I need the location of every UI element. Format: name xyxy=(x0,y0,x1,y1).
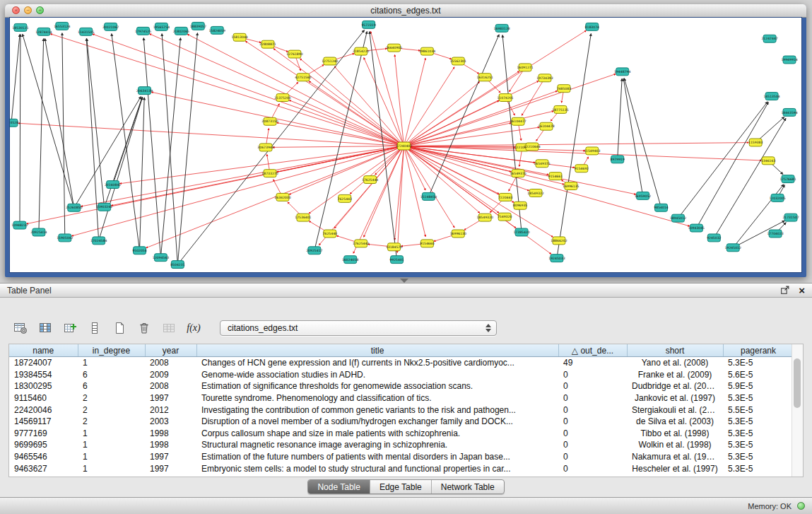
table-row[interactable]: 946362711997Embryonic stem cells: a mode… xyxy=(9,462,794,474)
graph-node[interactable]: 18530121 xyxy=(12,23,28,31)
table-row[interactable]: 1938455462009Genome-wide association stu… xyxy=(9,369,794,381)
graph-edge[interactable] xyxy=(334,66,404,146)
new-table-icon[interactable] xyxy=(110,320,129,337)
table-cell[interactable]: 5.3E-5 xyxy=(723,439,794,451)
graph-node[interactable]: 17240407 xyxy=(396,142,412,150)
graph-edge[interactable] xyxy=(557,34,591,258)
graph-node[interactable]: 7625440 xyxy=(323,230,337,238)
table-cell[interactable]: 2003 xyxy=(145,416,196,428)
column-header-name[interactable]: name xyxy=(9,344,78,357)
graph-node[interactable]: 18945012 xyxy=(670,214,686,222)
graph-edge[interactable] xyxy=(140,98,145,250)
graph-node[interactable]: 19448794 xyxy=(614,68,630,76)
graph-node[interactable]: 17704023 xyxy=(767,230,783,238)
table-cell[interactable]: 1997 xyxy=(145,462,196,474)
table-cell[interactable]: 5.3E-5 xyxy=(723,357,794,369)
graph-edge[interactable] xyxy=(143,38,160,257)
graph-node[interactable]: 15562301 xyxy=(450,57,466,65)
table-row[interactable]: 1456911722003Disruption of a novel membe… xyxy=(9,416,794,428)
table-cell[interactable]: 5.3E-5 xyxy=(723,392,794,404)
table-cell[interactable]: 5.6E-5 xyxy=(723,369,794,381)
table-cell[interactable]: 5.3E-5 xyxy=(723,416,794,428)
create-column-icon[interactable] xyxy=(61,320,79,337)
graph-edge[interactable] xyxy=(404,82,480,146)
graph-node[interactable]: 17625442 xyxy=(353,240,369,247)
graph-node[interactable]: 10943045 xyxy=(688,224,705,232)
table-cell[interactable]: 18724007 xyxy=(9,357,78,369)
table-cell[interactable]: 1 xyxy=(78,357,145,369)
table-row[interactable]: 2242004622012Investigating the contribut… xyxy=(9,404,794,416)
graph-node[interactable]: 15824059 xyxy=(209,26,225,34)
network-canvas[interactable]: 1853012112874414165531241143150520021067… xyxy=(10,18,801,272)
graph-edge[interactable] xyxy=(404,123,512,146)
window-titlebar[interactable]: × − + citations_edges.txt xyxy=(5,4,806,18)
table-cell[interactable]: 1 xyxy=(78,428,145,440)
table-cell[interactable]: Estimation of the future numbers of pati… xyxy=(196,451,558,463)
function-builder-icon[interactable]: f(x) xyxy=(184,320,203,337)
graph-node[interactable]: 16091271 xyxy=(517,64,533,71)
graph-edge[interactable] xyxy=(160,38,180,257)
graph-node[interactable]: 12761890 xyxy=(286,50,302,58)
network-selector[interactable]: citations_edges.txt xyxy=(220,320,497,336)
graph-edge[interactable] xyxy=(39,39,44,233)
table-cell[interactable]: 1 xyxy=(78,439,145,451)
table-cell[interactable]: 1 xyxy=(78,451,145,463)
table-cell[interactable]: Investigating the contribution of common… xyxy=(196,404,558,416)
graph-node[interactable]: 19245033 xyxy=(548,255,565,262)
graph-node[interactable]: 16104478 xyxy=(538,122,554,130)
graph-node[interactable]: 8096935 xyxy=(513,201,527,209)
table-cell[interactable]: 1997 xyxy=(145,451,196,463)
graph-edge[interactable] xyxy=(23,34,74,207)
table-scrollbar[interactable] xyxy=(792,344,803,477)
graph-node[interactable]: 15813044 xyxy=(231,33,247,41)
graph-node[interactable]: 15148450 xyxy=(420,192,437,200)
graph-node[interactable]: 21854220 xyxy=(353,47,369,55)
graph-edge[interactable] xyxy=(624,78,661,208)
table-cell[interactable]: Stergiakouli et al. (2012) xyxy=(627,404,723,416)
table-cell[interactable]: 2008 xyxy=(145,357,196,369)
graph-edge[interactable] xyxy=(273,146,404,147)
table-cell[interactable]: Structural magnetic resonance image aver… xyxy=(196,439,558,451)
graph-node[interactable]: 21731507 xyxy=(782,214,799,221)
table-cell[interactable]: 0 xyxy=(558,462,627,474)
graph-node[interactable]: 18443594 xyxy=(781,108,797,116)
table-cell[interactable]: 2008 xyxy=(145,380,196,392)
graph-node[interactable]: 16549370 xyxy=(510,170,526,177)
graph-edge[interactable] xyxy=(18,123,404,146)
row-options-icon[interactable] xyxy=(86,320,104,337)
graph-node[interactable]: 19245012 xyxy=(725,244,741,252)
graph-edge[interactable] xyxy=(81,146,404,206)
graph-node[interactable]: 20021067 xyxy=(102,23,119,30)
table-cell[interactable]: 0 xyxy=(558,392,627,404)
graph-node[interactable]: 22808871 xyxy=(259,40,276,48)
graph-node[interactable]: 11074201 xyxy=(497,94,513,102)
graph-node[interactable]: 18549322 xyxy=(527,189,543,197)
graph-node[interactable]: 7549320 xyxy=(498,213,512,221)
graph-node[interactable]: 18775135 xyxy=(552,105,568,113)
graph-edge[interactable] xyxy=(623,78,642,196)
graph-edge[interactable] xyxy=(370,32,397,259)
table-cell[interactable]: 2 xyxy=(78,404,145,416)
graph-edge[interactable] xyxy=(105,98,143,207)
graph-edge[interactable] xyxy=(353,146,404,253)
table-cell[interactable]: 49 xyxy=(558,357,627,369)
graph-edge[interactable] xyxy=(74,97,141,208)
graph-edge[interactable] xyxy=(404,58,426,146)
graph-node[interactable]: 19734393 xyxy=(536,74,553,82)
graph-edge[interactable] xyxy=(162,34,177,264)
graph-node[interactable]: 7625443 xyxy=(338,194,352,202)
graph-node[interactable]: 18866202 xyxy=(551,237,567,245)
graph-edge[interactable] xyxy=(404,146,480,213)
graph-node[interactable]: 16959052 xyxy=(635,192,651,199)
graph-node[interactable]: 16553124 xyxy=(54,22,70,30)
table-cell[interactable]: 9463627 xyxy=(9,462,78,474)
table-cell[interactable]: Dudbridge et al. (2008) xyxy=(627,380,723,392)
table-cell[interactable]: 0 xyxy=(558,416,627,428)
graph-node[interactable]: 19565754 xyxy=(153,23,170,30)
zoom-window-icon[interactable]: + xyxy=(36,6,44,14)
graph-edge[interactable] xyxy=(50,34,404,146)
graph-edge[interactable] xyxy=(111,146,404,205)
graph-node[interactable]: 13184570 xyxy=(386,243,402,251)
graph-node[interactable]: 16996130 xyxy=(450,230,466,238)
graph-edge[interactable] xyxy=(177,33,197,264)
